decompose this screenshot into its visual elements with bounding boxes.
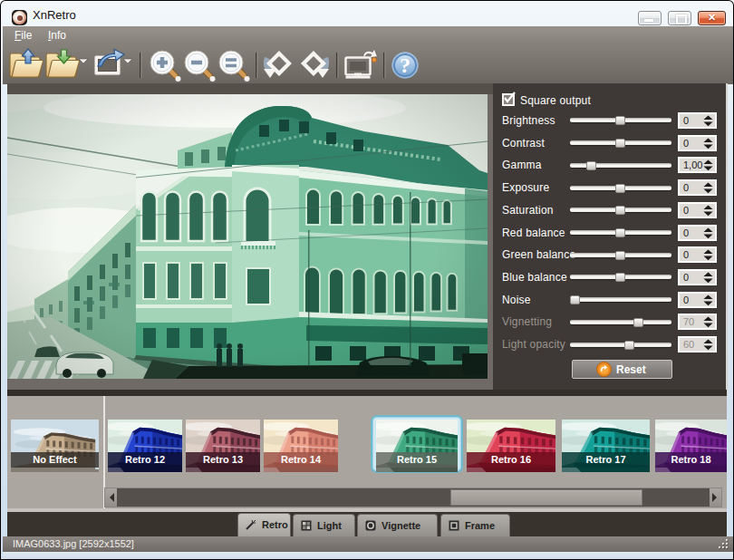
svg-text:?: ? <box>400 53 410 77</box>
